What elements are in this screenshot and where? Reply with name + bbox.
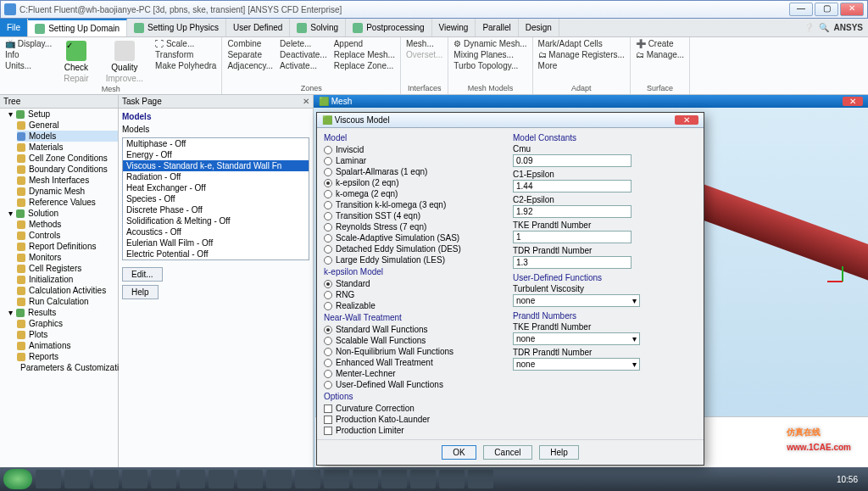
window-maximize-button[interactable]: ▢: [815, 3, 838, 16]
clock[interactable]: 10:56: [830, 475, 865, 484]
taskbar-item[interactable]: [237, 470, 263, 488]
taskbar-item[interactable]: [353, 470, 378, 488]
axis-triad[interactable]: [826, 265, 860, 299]
tree-general[interactable]: General: [17, 120, 118, 131]
model-radio[interactable]: Inviscid: [324, 144, 508, 155]
activate-button[interactable]: Activate...: [280, 61, 327, 70]
list-item[interactable]: Solidification & Melting - Off: [123, 215, 309, 226]
kemodel-radio[interactable]: Standard: [324, 278, 508, 289]
window-minimize-button[interactable]: —: [789, 3, 813, 16]
tab-parallel[interactable]: Parallel: [476, 19, 518, 36]
tree-dynmesh[interactable]: Dynamic Mesh: [17, 186, 118, 197]
file-tab[interactable]: File: [0, 19, 28, 36]
list-item[interactable]: Radiation - Off: [123, 171, 309, 182]
tab-setting-up-domain[interactable]: Setting Up Domain: [28, 19, 127, 36]
nwt-radio[interactable]: User-Defined Wall Functions: [324, 379, 508, 390]
tke-pn-select[interactable]: none▾: [513, 332, 640, 345]
start-button[interactable]: [3, 469, 32, 489]
list-item[interactable]: Acoustics - Off: [123, 226, 309, 237]
tree-monitors[interactable]: Monitors: [17, 252, 118, 263]
tree-cellreg[interactable]: Cell Registers: [17, 263, 118, 274]
tree-calcact[interactable]: Calculation Activities: [17, 285, 118, 296]
tdr-pn-select[interactable]: none▾: [513, 358, 640, 371]
taskbar-item[interactable]: [410, 470, 436, 488]
tree-init[interactable]: Initialization: [17, 274, 118, 285]
help-button[interactable]: Help: [122, 285, 159, 299]
append-button[interactable]: Append: [334, 39, 395, 48]
mixing-planes-button[interactable]: Mixing Planes...: [453, 50, 526, 59]
replace-mesh-button[interactable]: Replace Mesh...: [334, 50, 395, 59]
model-radio[interactable]: Reynolds Stress (7 eqn): [324, 221, 508, 232]
model-radio[interactable]: Transition SST (4 eqn): [324, 210, 508, 221]
tree-reportdef[interactable]: Report Definitions: [17, 241, 118, 252]
tree-reports[interactable]: Reports: [17, 351, 118, 362]
units-button[interactable]: Units...: [5, 61, 52, 70]
nwt-radio[interactable]: Menter-Lechner: [324, 368, 508, 379]
taskbar-item[interactable]: [36, 470, 61, 488]
viewport-close-icon[interactable]: ✕: [843, 97, 863, 106]
taskbar-item[interactable]: [439, 470, 465, 488]
taskbar-item[interactable]: [209, 470, 234, 488]
tree-results[interactable]: ▾Results: [8, 307, 118, 318]
adjacency-button[interactable]: Adjacency...: [227, 61, 273, 70]
option-checkbox[interactable]: Production Kato-Launder: [324, 414, 508, 425]
tree-controls[interactable]: Controls: [17, 230, 118, 241]
list-item[interactable]: Electric Potential - Off: [123, 248, 309, 259]
taskbar-item[interactable]: [93, 470, 119, 488]
transform-button[interactable]: Transform: [155, 50, 216, 59]
tree-methods[interactable]: Methods: [17, 219, 118, 230]
polyhedra-button[interactable]: Make Polyhedra: [155, 61, 216, 70]
tab-user-defined[interactable]: User Defined: [226, 19, 290, 36]
task-close-icon[interactable]: ✕: [303, 97, 309, 106]
create-surface-button[interactable]: ➕ Create: [636, 39, 684, 48]
dialog-help-button[interactable]: Help: [539, 445, 579, 460]
tree-solution[interactable]: ▾Solution: [8, 208, 118, 219]
taskbar-item[interactable]: [266, 470, 292, 488]
taskbar-item[interactable]: [468, 470, 493, 488]
nwt-radio[interactable]: Non-Equilibrium Wall Functions: [324, 346, 508, 357]
list-item[interactable]: Multiphase - Off: [123, 138, 309, 149]
dialog-close-icon[interactable]: ✕: [675, 115, 698, 125]
more-button[interactable]: More: [538, 61, 625, 70]
tree-bc[interactable]: Boundary Conditions: [17, 164, 118, 175]
tree-cellzone[interactable]: Cell Zone Conditions: [17, 153, 118, 164]
help-icon[interactable]: ❔: [804, 23, 814, 32]
list-item-selected[interactable]: Viscous - Standard k-e, Standard Wall Fn: [123, 160, 309, 171]
info-button[interactable]: Info: [5, 50, 52, 59]
tree-meshif[interactable]: Mesh Interfaces: [17, 175, 118, 186]
models-listbox[interactable]: Multiphase - Off Energy - Off Viscous - …: [122, 137, 309, 260]
manage-registers-button[interactable]: 🗂 Manage Registers...: [538, 50, 625, 59]
model-radio[interactable]: Transition k-kl-omega (3 eqn): [324, 199, 508, 210]
model-radio[interactable]: Laminar: [324, 155, 508, 166]
quality-button[interactable]: QualityImprove...: [101, 39, 148, 85]
manage-surface-button[interactable]: 🗂 Manage...: [636, 50, 684, 59]
tab-design[interactable]: Design: [519, 19, 559, 36]
tree-graphics[interactable]: Graphics: [17, 318, 118, 329]
list-item[interactable]: Discrete Phase - Off: [123, 204, 309, 215]
window-close-button[interactable]: ✕: [840, 3, 864, 16]
taskbar-item[interactable]: [151, 470, 176, 488]
model-radio[interactable]: Spalart-Allmaras (1 eqn): [324, 166, 508, 177]
taskbar-item[interactable]: [122, 470, 147, 488]
option-checkbox[interactable]: Curvature Correction: [324, 403, 508, 414]
dynamic-mesh-button[interactable]: ⚙ Dynamic Mesh...: [453, 39, 526, 48]
constant-field[interactable]: 1.3: [513, 256, 632, 269]
combine-button[interactable]: Combine: [227, 39, 273, 48]
option-checkbox[interactable]: Production Limiter: [324, 425, 508, 436]
mesh-interface-button[interactable]: Mesh...: [406, 39, 442, 48]
kemodel-radio[interactable]: RNG: [324, 289, 508, 300]
tab-setting-up-physics[interactable]: Setting Up Physics: [127, 19, 226, 36]
check-button[interactable]: ✓CheckRepair: [58, 39, 93, 85]
tree-runcalc[interactable]: Run Calculation: [17, 296, 118, 307]
list-item[interactable]: Heat Exchanger - Off: [123, 182, 309, 193]
model-radio[interactable]: k-omega (2 eqn): [324, 188, 508, 199]
model-radio[interactable]: Detached Eddy Simulation (DES): [324, 243, 508, 254]
taskbar-item[interactable]: [381, 470, 407, 488]
tree-models[interactable]: Models: [17, 131, 118, 142]
model-radio[interactable]: Scale-Adaptive Simulation (SAS): [324, 232, 508, 243]
tab-postprocessing[interactable]: Postprocessing: [346, 19, 431, 36]
constant-field[interactable]: 0.09: [513, 154, 632, 167]
constant-field[interactable]: 1: [513, 231, 632, 243]
nwt-radio[interactable]: Enhanced Wall Treatment: [324, 357, 508, 368]
mark-adapt-button[interactable]: Mark/Adapt Cells: [538, 39, 625, 48]
